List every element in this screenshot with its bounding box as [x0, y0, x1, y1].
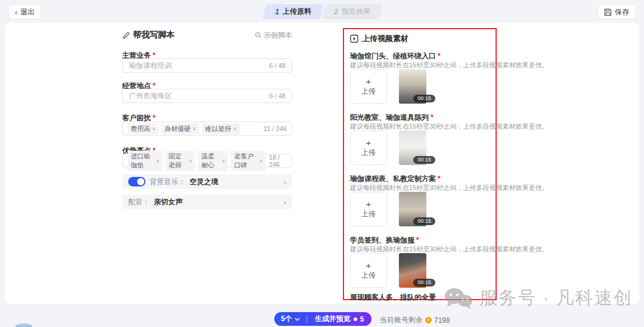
music-toggle[interactable]: [128, 177, 145, 186]
advantages-tag-input[interactable]: 进口瑜伽垫× 固定老师× 温柔耐心× 老客户口碑× 18 / 246: [122, 154, 292, 168]
char-counter: 18 / 246: [269, 154, 287, 168]
main-card: 帮我写脚本 示例脚本 主营业务* 瑜伽课程培训 6 / 48: [5, 23, 639, 304]
save-button[interactable]: 保存: [597, 5, 636, 19]
tag-item[interactable]: 身材僵硬×: [162, 123, 199, 135]
tag-remove-icon[interactable]: ×: [259, 158, 263, 164]
required-asterisk: *: [416, 236, 419, 244]
example-script-link[interactable]: 示例脚本: [255, 30, 292, 41]
balance-value: 7198: [434, 316, 450, 325]
upload-button-classroom[interactable]: + 上传: [350, 130, 387, 165]
char-counter: 6 / 48: [269, 62, 286, 69]
section-label-classroom: 阳光教室、瑜伽道具陈列*: [350, 113, 434, 123]
section-label-storefront: 瑜伽馆门头、绿植环绕入口*: [350, 51, 441, 61]
tag-item[interactable]: 费用高×: [128, 123, 159, 135]
tag-remove-icon[interactable]: ×: [193, 126, 196, 132]
upload-button-checkin[interactable]: + 上传: [350, 253, 387, 288]
tag-item[interactable]: 老客户口碑×: [231, 151, 265, 171]
section-label-checkin: 学员签到、换瑜伽服*: [350, 235, 419, 245]
char-counter: 6 / 48: [269, 92, 286, 99]
char-counter: 11 / 246: [264, 125, 287, 132]
background-music-row[interactable]: 背景音乐： 空灵之境 ›: [122, 175, 292, 189]
chevron-left-icon: ‹: [15, 8, 17, 16]
upload-panel-title: 上传视频素材: [350, 33, 408, 44]
duration-badge: 00:15: [413, 217, 435, 225]
upload-button-schedule[interactable]: + 上传: [350, 192, 387, 226]
music-row-value: 空灵之境: [190, 177, 218, 187]
pencil-icon: [122, 32, 130, 39]
video-thumbnail-classroom[interactable]: 00:15: [399, 130, 426, 165]
section-label-crowd: 展现顾客人多、排队的全景: [350, 292, 436, 303]
step-label: 预览效果: [342, 7, 370, 17]
exit-button[interactable]: ‹ 退出: [8, 5, 41, 19]
tag-item[interactable]: 进口瑜伽垫×: [128, 151, 162, 171]
plus-icon: +: [366, 261, 371, 270]
tag-remove-icon[interactable]: ×: [189, 158, 193, 164]
script-form: 帮我写脚本 示例脚本 主营业务* 瑜伽课程培训 6 / 48: [122, 23, 292, 304]
required-asterisk: *: [153, 114, 156, 122]
balance-label: 当前账号剩余: [380, 315, 423, 325]
step-label: 上传原料: [283, 7, 311, 17]
coin-icon: [425, 317, 432, 323]
chevron-right-icon: ›: [284, 177, 286, 186]
exit-button-label: 退出: [20, 7, 35, 17]
business-location-input[interactable]: 广州市海珠区 6 / 48: [122, 89, 292, 103]
input-value: 广州市海珠区: [129, 91, 172, 101]
magnifier-icon: [255, 32, 262, 39]
save-icon: [604, 8, 612, 16]
generate-pill: 5个 生成并预览 5: [274, 312, 371, 326]
step-number: 2: [334, 7, 338, 16]
credit-icon: [354, 317, 357, 321]
video-thumbnail-schedule[interactable]: 00:15: [399, 192, 426, 226]
tag-item[interactable]: 难以坚持×: [202, 123, 240, 135]
generate-preview-button[interactable]: 生成并预览 5: [307, 312, 372, 326]
video-thumbnail-storefront[interactable]: 00:15: [399, 69, 426, 104]
tag-remove-icon[interactable]: ×: [156, 158, 160, 164]
input-value: 瑜伽课程培训: [129, 61, 172, 71]
plus-icon: +: [366, 138, 371, 147]
voiceover-row[interactable]: 配音： 亲切女声 ›: [122, 195, 292, 209]
duration-badge: 00:15: [413, 279, 435, 286]
customer-concerns-tag-input[interactable]: 费用高× 身材僵硬× 难以坚持× 11 / 246: [122, 122, 292, 136]
video-count-dropdown[interactable]: 5个: [274, 312, 306, 326]
save-button-label: 保存: [615, 7, 629, 17]
section-hint: 建议每段视频时长在15秒至30秒之间，上传多段视频素材效果更佳。: [350, 183, 548, 192]
required-asterisk: *: [431, 113, 434, 122]
video-creation-app: ‹ 退出 1 上传原料 2 预览效果 保存: [0, 0, 644, 327]
video-thumbnail-checkin[interactable]: 00:15: [399, 253, 426, 288]
plus-icon: +: [366, 77, 371, 86]
step-tab-preview-effect[interactable]: 2 预览效果: [323, 4, 381, 19]
section-label-schedule: 瑜伽课程表、私教定制方案*: [350, 174, 441, 184]
tag-item[interactable]: 温柔耐心×: [198, 151, 228, 171]
tag-item[interactable]: 固定老师×: [165, 151, 195, 171]
chevron-right-icon: ›: [284, 198, 286, 207]
upload-video-panel: 上传视频素材 瑜伽馆门头、绿植环绕入口* 建议每段视频时长在15秒至30秒之间，…: [343, 28, 497, 300]
main-business-input[interactable]: 瑜伽课程培训 6 / 48: [122, 58, 292, 73]
bottom-left-widget[interactable]: [16, 323, 32, 327]
tag-remove-icon[interactable]: ×: [152, 126, 156, 132]
chevron-down-icon: [295, 317, 300, 321]
required-asterisk: *: [438, 52, 441, 60]
step-number: 1: [275, 7, 279, 16]
voiceover-row-label: 配音：: [128, 197, 150, 207]
duration-badge: 00:15: [413, 95, 435, 102]
voiceover-row-value: 亲切女声: [154, 197, 182, 207]
video-icon: [350, 35, 358, 43]
required-asterisk: *: [438, 175, 441, 183]
tag-remove-icon[interactable]: ×: [222, 158, 225, 164]
step-tab-upload-materials[interactable]: 1 上传原料: [264, 4, 322, 19]
tag-remove-icon[interactable]: ×: [233, 126, 237, 132]
plus-icon: +: [366, 200, 371, 208]
form-title: 帮我写脚本: [122, 30, 175, 41]
music-row-label: 背景音乐：: [150, 177, 185, 187]
upload-button-storefront[interactable]: + 上传: [350, 69, 387, 104]
duration-badge: 00:15: [413, 156, 435, 164]
section-hint: 建议每段视频时长在15秒至30秒之间，上传多段视频素材效果更佳。: [350, 122, 548, 131]
section-hint: 建议每段视频时长在15秒至30秒之间，上传多段视频素材效果更佳。: [350, 245, 548, 254]
account-balance: 当前账号剩余 7198: [380, 315, 450, 325]
section-hint: 建议每段视频时长在15秒至30秒之间，上传多段视频素材效果更佳。: [350, 61, 548, 70]
